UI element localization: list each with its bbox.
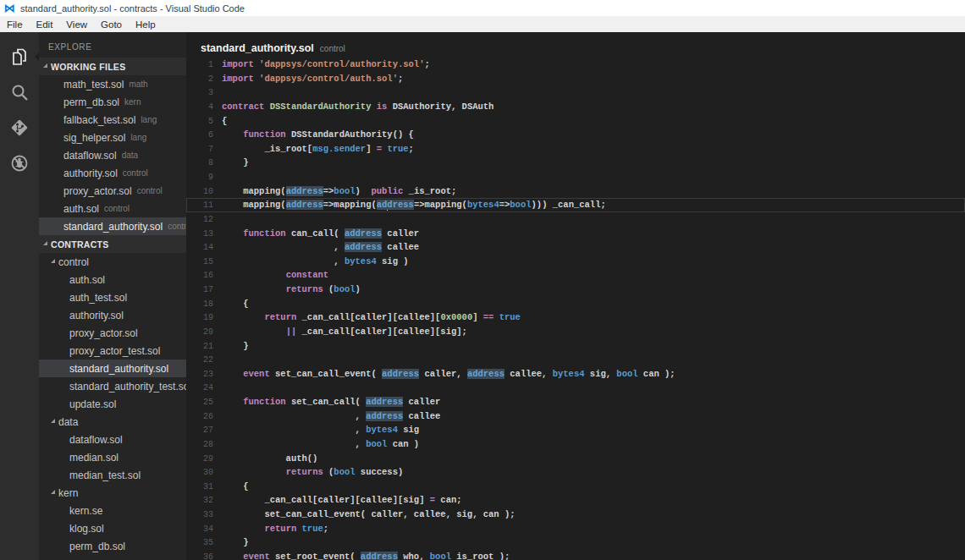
code-line[interactable]: 26 , address callee bbox=[186, 409, 965, 424]
tree-file-item[interactable]: update.sol bbox=[39, 395, 186, 413]
line-content: returns (bool) bbox=[213, 284, 361, 294]
tree-file-item[interactable]: median.sol bbox=[39, 448, 186, 466]
working-file-item[interactable]: standard_authority.solcontrol bbox=[39, 217, 186, 235]
code-line[interactable]: 10 mapping(address=>bool) public _is_roo… bbox=[186, 184, 965, 199]
search-activity-button[interactable] bbox=[0, 74, 39, 110]
line-content: { bbox=[213, 116, 227, 126]
code-line[interactable]: 36 event set_root_event( address who, bo… bbox=[186, 550, 965, 560]
tree-folder-item[interactable]: lang bbox=[39, 555, 186, 560]
editor-tab[interactable]: standard_authority.sol control bbox=[186, 32, 965, 58]
menu-item-view[interactable]: View bbox=[59, 16, 94, 32]
line-number: 7 bbox=[186, 143, 213, 157]
working-file-item[interactable]: perm_db.solkern bbox=[39, 93, 186, 111]
line-number: 3 bbox=[186, 86, 213, 101]
contracts-section-header[interactable]: CONTRACTS bbox=[39, 235, 186, 253]
code-line[interactable]: 30 returns (bool success) bbox=[186, 465, 965, 480]
code-area[interactable]: 1import 'dappsys/control/authority.sol';… bbox=[186, 58, 965, 560]
code-line[interactable]: 3 bbox=[186, 85, 965, 100]
code-line[interactable]: 33 set_can_call_event( caller, callee, s… bbox=[186, 508, 965, 522]
contracts-tree: controlauth.solauth_test.solauthority.so… bbox=[39, 253, 186, 560]
code-line[interactable]: 31 { bbox=[186, 480, 965, 494]
line-number: 4 bbox=[186, 101, 213, 115]
code-line[interactable]: 34 return true; bbox=[186, 522, 965, 536]
tree-file-item[interactable]: proxy_actor_test.sol bbox=[39, 342, 186, 360]
working-file-item[interactable]: auth.solcontrol bbox=[39, 200, 186, 217]
working-file-item[interactable]: fallback_test.sollang bbox=[39, 111, 186, 129]
menu-item-help[interactable]: Help bbox=[129, 16, 163, 32]
editor-pane: standard_authority.sol control 1import '… bbox=[186, 32, 965, 560]
tree-file-item[interactable]: klog.sol bbox=[39, 519, 186, 537]
code-line[interactable]: 27 , bytes4 sig bbox=[186, 423, 965, 437]
tree-file-item[interactable]: authority.sol bbox=[39, 306, 186, 324]
code-line[interactable]: 15 , bytes4 sig ) bbox=[186, 255, 965, 269]
code-line[interactable]: 16 constant bbox=[186, 268, 965, 283]
code-line[interactable]: 21 } bbox=[186, 339, 965, 354]
menu-item-edit[interactable]: Edit bbox=[30, 16, 60, 32]
tree-file-item[interactable]: auth_test.sol bbox=[39, 288, 186, 306]
code-line[interactable]: 35 } bbox=[186, 535, 965, 550]
code-line[interactable]: 5{ bbox=[186, 114, 965, 129]
code-line[interactable]: 28 , bool can ) bbox=[186, 437, 965, 452]
line-content: , address callee bbox=[213, 242, 419, 252]
code-line[interactable]: 29 auth() bbox=[186, 452, 965, 466]
code-line[interactable]: 2import 'dappsys/control/auth.sol'; bbox=[186, 72, 965, 86]
code-line[interactable]: 23 event set_can_call_event( address cal… bbox=[186, 367, 965, 382]
working-file-item[interactable]: sig_helper.sollang bbox=[39, 129, 186, 146]
tree-folder-item[interactable]: kern bbox=[39, 484, 186, 502]
line-number: 29 bbox=[186, 453, 213, 467]
tree-file-item[interactable]: standard_authority_test.sol bbox=[39, 377, 186, 395]
tree-file-item[interactable]: kern.se bbox=[39, 502, 186, 519]
code-line[interactable]: 32 _can_call[caller][callee][sig] = can; bbox=[186, 493, 965, 508]
working-file-item[interactable]: dataflow.soldata bbox=[39, 146, 186, 164]
code-line[interactable]: 7 _is_root[msg.sender] = true; bbox=[186, 142, 965, 156]
git-activity-button[interactable] bbox=[0, 110, 39, 145]
line-content: { bbox=[213, 481, 249, 491]
code-line[interactable]: 17 returns (bool) bbox=[186, 283, 965, 297]
code-line[interactable]: 25 function set_can_call( address caller bbox=[186, 395, 965, 409]
line-content bbox=[213, 354, 222, 365]
code-line[interactable]: 6 function DSStandardAuthority() { bbox=[186, 128, 965, 142]
code-line[interactable]: 13 function can_call( address caller bbox=[186, 227, 965, 241]
line-content bbox=[213, 172, 222, 182]
working-files-section-header[interactable]: WORKING FILES bbox=[39, 58, 186, 75]
code-line[interactable]: 12 bbox=[186, 212, 965, 227]
debug-activity-button[interactable] bbox=[0, 145, 39, 181]
menu-item-goto[interactable]: Goto bbox=[94, 16, 129, 32]
tree-folder-item[interactable]: data bbox=[39, 413, 186, 431]
item-name: dataflow.sol bbox=[69, 434, 123, 446]
item-name: standard_authority.sol bbox=[69, 363, 168, 375]
menu-item-file[interactable]: File bbox=[0, 16, 30, 32]
tree-file-item[interactable]: proxy_actor.sol bbox=[39, 324, 186, 342]
line-content: set_can_call_event( caller, callee, sig,… bbox=[213, 509, 516, 519]
working-file-item[interactable]: math_test.solmath bbox=[39, 75, 186, 93]
item-name: auth_test.sol bbox=[69, 292, 127, 304]
line-number: 6 bbox=[186, 129, 213, 143]
code-line[interactable]: 1import 'dappsys/control/authority.sol'; bbox=[186, 58, 965, 72]
code-line[interactable]: 11 mapping(address=>mapping(address=>map… bbox=[186, 198, 965, 212]
explorer-activity-button[interactable] bbox=[0, 39, 39, 74]
code-line[interactable]: 8 } bbox=[186, 156, 965, 170]
tree-file-item[interactable]: median_test.sol bbox=[39, 466, 186, 484]
code-line[interactable]: 19 return _can_call[caller][callee][0x00… bbox=[186, 310, 965, 325]
tree-file-item[interactable]: auth.sol bbox=[39, 271, 186, 288]
line-content bbox=[213, 382, 222, 393]
working-file-item[interactable]: authority.solcontrol bbox=[39, 164, 186, 182]
line-content: import 'dappsys/control/auth.sol'; bbox=[213, 74, 403, 84]
code-line[interactable]: 18 { bbox=[186, 297, 965, 311]
tree-file-item[interactable]: dataflow.sol bbox=[39, 431, 186, 448]
code-line[interactable]: 4contract DSStandardAuthority is DSAutho… bbox=[186, 100, 965, 114]
tree-file-item[interactable]: perm_db.sol bbox=[39, 537, 186, 555]
code-line[interactable]: 9 bbox=[186, 170, 965, 184]
line-number: 26 bbox=[186, 410, 213, 425]
tree-file-item[interactable]: standard_authority.sol bbox=[39, 360, 186, 377]
line-content: , bytes4 sig ) bbox=[213, 256, 409, 266]
tree-folder-item[interactable]: control bbox=[39, 253, 186, 271]
line-content bbox=[213, 214, 222, 224]
code-line[interactable]: 14 , address callee bbox=[186, 240, 965, 255]
line-content: event set_root_event( address who, bool … bbox=[213, 552, 510, 560]
working-file-item[interactable]: proxy_actor.solcontrol bbox=[39, 182, 186, 200]
code-line[interactable]: 20 || _can_call[caller][callee][sig]; bbox=[186, 325, 965, 339]
code-line[interactable]: 22 bbox=[186, 353, 965, 367]
code-line[interactable]: 24 bbox=[186, 381, 965, 395]
line-content: } bbox=[213, 341, 249, 351]
